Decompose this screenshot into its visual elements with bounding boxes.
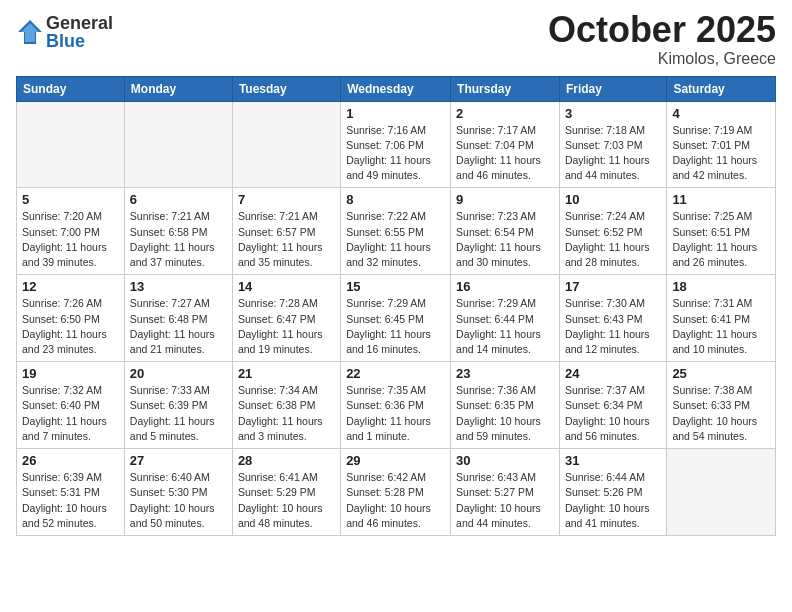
- table-row: 28Sunrise: 6:41 AM Sunset: 5:29 PM Dayli…: [232, 449, 340, 536]
- day-number: 27: [130, 453, 227, 468]
- table-row: [232, 101, 340, 188]
- day-number: 29: [346, 453, 445, 468]
- day-info: Sunrise: 7:21 AM Sunset: 6:58 PM Dayligh…: [130, 209, 227, 270]
- day-number: 17: [565, 279, 661, 294]
- header-saturday: Saturday: [667, 76, 776, 101]
- table-row: 22Sunrise: 7:35 AM Sunset: 6:36 PM Dayli…: [341, 362, 451, 449]
- day-info: Sunrise: 7:38 AM Sunset: 6:33 PM Dayligh…: [672, 383, 770, 444]
- day-number: 4: [672, 106, 770, 121]
- table-row: 14Sunrise: 7:28 AM Sunset: 6:47 PM Dayli…: [232, 275, 340, 362]
- day-info: Sunrise: 7:30 AM Sunset: 6:43 PM Dayligh…: [565, 296, 661, 357]
- day-number: 25: [672, 366, 770, 381]
- day-info: Sunrise: 7:20 AM Sunset: 7:00 PM Dayligh…: [22, 209, 119, 270]
- table-row: 11Sunrise: 7:25 AM Sunset: 6:51 PM Dayli…: [667, 188, 776, 275]
- logo-general: General: [46, 14, 113, 32]
- day-number: 2: [456, 106, 554, 121]
- day-info: Sunrise: 7:19 AM Sunset: 7:01 PM Dayligh…: [672, 123, 770, 184]
- day-info: Sunrise: 7:32 AM Sunset: 6:40 PM Dayligh…: [22, 383, 119, 444]
- day-number: 26: [22, 453, 119, 468]
- day-number: 11: [672, 192, 770, 207]
- table-row: 31Sunrise: 6:44 AM Sunset: 5:26 PM Dayli…: [559, 449, 666, 536]
- day-number: 9: [456, 192, 554, 207]
- day-number: 30: [456, 453, 554, 468]
- table-row: 8Sunrise: 7:22 AM Sunset: 6:55 PM Daylig…: [341, 188, 451, 275]
- table-row: 18Sunrise: 7:31 AM Sunset: 6:41 PM Dayli…: [667, 275, 776, 362]
- table-row: 2Sunrise: 7:17 AM Sunset: 7:04 PM Daylig…: [451, 101, 560, 188]
- svg-marker-1: [21, 23, 39, 42]
- day-info: Sunrise: 7:37 AM Sunset: 6:34 PM Dayligh…: [565, 383, 661, 444]
- day-info: Sunrise: 6:39 AM Sunset: 5:31 PM Dayligh…: [22, 470, 119, 531]
- logo-text: General Blue: [46, 14, 113, 50]
- logo: General Blue: [16, 14, 113, 50]
- day-number: 23: [456, 366, 554, 381]
- page: General Blue October 2025 Kimolos, Greec…: [0, 0, 792, 612]
- day-number: 31: [565, 453, 661, 468]
- table-row: 5Sunrise: 7:20 AM Sunset: 7:00 PM Daylig…: [17, 188, 125, 275]
- day-number: 20: [130, 366, 227, 381]
- day-info: Sunrise: 7:35 AM Sunset: 6:36 PM Dayligh…: [346, 383, 445, 444]
- header-thursday: Thursday: [451, 76, 560, 101]
- day-info: Sunrise: 7:33 AM Sunset: 6:39 PM Dayligh…: [130, 383, 227, 444]
- table-row: 4Sunrise: 7:19 AM Sunset: 7:01 PM Daylig…: [667, 101, 776, 188]
- table-row: 13Sunrise: 7:27 AM Sunset: 6:48 PM Dayli…: [124, 275, 232, 362]
- day-info: Sunrise: 7:29 AM Sunset: 6:45 PM Dayligh…: [346, 296, 445, 357]
- day-number: 7: [238, 192, 335, 207]
- day-info: Sunrise: 7:36 AM Sunset: 6:35 PM Dayligh…: [456, 383, 554, 444]
- day-number: 21: [238, 366, 335, 381]
- table-row: [667, 449, 776, 536]
- day-info: Sunrise: 7:21 AM Sunset: 6:57 PM Dayligh…: [238, 209, 335, 270]
- header-sunday: Sunday: [17, 76, 125, 101]
- day-info: Sunrise: 7:18 AM Sunset: 7:03 PM Dayligh…: [565, 123, 661, 184]
- day-number: 22: [346, 366, 445, 381]
- day-info: Sunrise: 7:27 AM Sunset: 6:48 PM Dayligh…: [130, 296, 227, 357]
- header-tuesday: Tuesday: [232, 76, 340, 101]
- subtitle: Kimolos, Greece: [548, 50, 776, 68]
- table-row: 25Sunrise: 7:38 AM Sunset: 6:33 PM Dayli…: [667, 362, 776, 449]
- table-row: 9Sunrise: 7:23 AM Sunset: 6:54 PM Daylig…: [451, 188, 560, 275]
- header: General Blue October 2025 Kimolos, Greec…: [16, 10, 776, 68]
- day-number: 5: [22, 192, 119, 207]
- day-number: 1: [346, 106, 445, 121]
- title-block: October 2025 Kimolos, Greece: [548, 10, 776, 68]
- day-number: 15: [346, 279, 445, 294]
- day-info: Sunrise: 7:25 AM Sunset: 6:51 PM Dayligh…: [672, 209, 770, 270]
- day-number: 12: [22, 279, 119, 294]
- day-info: Sunrise: 7:16 AM Sunset: 7:06 PM Dayligh…: [346, 123, 445, 184]
- table-row: 16Sunrise: 7:29 AM Sunset: 6:44 PM Dayli…: [451, 275, 560, 362]
- table-row: [124, 101, 232, 188]
- table-row: 17Sunrise: 7:30 AM Sunset: 6:43 PM Dayli…: [559, 275, 666, 362]
- day-info: Sunrise: 7:34 AM Sunset: 6:38 PM Dayligh…: [238, 383, 335, 444]
- table-row: [17, 101, 125, 188]
- table-row: 26Sunrise: 6:39 AM Sunset: 5:31 PM Dayli…: [17, 449, 125, 536]
- day-info: Sunrise: 6:42 AM Sunset: 5:28 PM Dayligh…: [346, 470, 445, 531]
- day-number: 28: [238, 453, 335, 468]
- day-info: Sunrise: 6:44 AM Sunset: 5:26 PM Dayligh…: [565, 470, 661, 531]
- day-info: Sunrise: 7:23 AM Sunset: 6:54 PM Dayligh…: [456, 209, 554, 270]
- table-row: 27Sunrise: 6:40 AM Sunset: 5:30 PM Dayli…: [124, 449, 232, 536]
- table-row: 10Sunrise: 7:24 AM Sunset: 6:52 PM Dayli…: [559, 188, 666, 275]
- table-row: 19Sunrise: 7:32 AM Sunset: 6:40 PM Dayli…: [17, 362, 125, 449]
- table-row: 23Sunrise: 7:36 AM Sunset: 6:35 PM Dayli…: [451, 362, 560, 449]
- table-row: 12Sunrise: 7:26 AM Sunset: 6:50 PM Dayli…: [17, 275, 125, 362]
- table-row: 24Sunrise: 7:37 AM Sunset: 6:34 PM Dayli…: [559, 362, 666, 449]
- table-row: 30Sunrise: 6:43 AM Sunset: 5:27 PM Dayli…: [451, 449, 560, 536]
- day-number: 14: [238, 279, 335, 294]
- logo-blue: Blue: [46, 32, 113, 50]
- day-number: 6: [130, 192, 227, 207]
- day-number: 19: [22, 366, 119, 381]
- day-info: Sunrise: 6:41 AM Sunset: 5:29 PM Dayligh…: [238, 470, 335, 531]
- day-number: 10: [565, 192, 661, 207]
- header-friday: Friday: [559, 76, 666, 101]
- day-info: Sunrise: 7:29 AM Sunset: 6:44 PM Dayligh…: [456, 296, 554, 357]
- day-info: Sunrise: 7:22 AM Sunset: 6:55 PM Dayligh…: [346, 209, 445, 270]
- day-info: Sunrise: 7:28 AM Sunset: 6:47 PM Dayligh…: [238, 296, 335, 357]
- day-info: Sunrise: 7:17 AM Sunset: 7:04 PM Dayligh…: [456, 123, 554, 184]
- table-row: 29Sunrise: 6:42 AM Sunset: 5:28 PM Dayli…: [341, 449, 451, 536]
- day-info: Sunrise: 7:26 AM Sunset: 6:50 PM Dayligh…: [22, 296, 119, 357]
- day-info: Sunrise: 7:24 AM Sunset: 6:52 PM Dayligh…: [565, 209, 661, 270]
- header-monday: Monday: [124, 76, 232, 101]
- day-number: 13: [130, 279, 227, 294]
- table-row: 6Sunrise: 7:21 AM Sunset: 6:58 PM Daylig…: [124, 188, 232, 275]
- day-number: 3: [565, 106, 661, 121]
- day-info: Sunrise: 7:31 AM Sunset: 6:41 PM Dayligh…: [672, 296, 770, 357]
